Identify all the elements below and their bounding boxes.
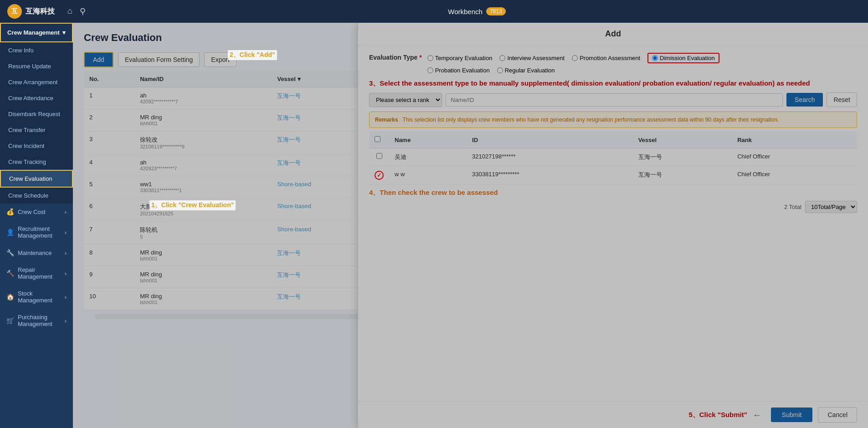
sidebar-item-recruitment[interactable]: 👤 RecruitmentManagement ›	[0, 221, 73, 244]
crew-cost-icon: 💰	[6, 208, 14, 215]
radio-interview[interactable]: Interview Assessment	[499, 55, 565, 61]
required-marker: *	[419, 54, 421, 61]
sidebar-group-purchasing: 🛒 PurchasingManagement ›	[0, 309, 73, 332]
name-id-input[interactable]	[446, 93, 783, 107]
row2-rank: Chief Officer	[732, 166, 857, 185]
sidebar-item-crew-tracking[interactable]: Crew Tracking	[0, 154, 73, 170]
stock-icon: 🏠	[6, 293, 14, 301]
row1-checkbox-cell	[369, 148, 389, 166]
submit-button[interactable]: Submit	[771, 408, 813, 422]
eval-form-setting-button[interactable]: Evaluation Form Setting	[118, 52, 200, 67]
topbar-icons: ⌂ ⚲	[67, 6, 86, 16]
cell-name-id: MR ding lshh001	[134, 245, 272, 266]
sidebar-item-repair[interactable]: 🔨 Repair Management ›	[0, 262, 73, 285]
table-row: w w 33038119********* 互海一号 Chief Officer	[369, 166, 857, 185]
step5-annotation: 5、Click "Submit"	[688, 411, 747, 419]
cell-name-id: MR ding lshh001	[134, 266, 272, 288]
row1-rank: Chief Officer	[732, 148, 857, 166]
panel-title: Add	[358, 23, 868, 46]
col-checkbox	[369, 132, 389, 148]
maintenance-label: Maintenance	[18, 250, 51, 256]
row1-vessel: 互海一号	[633, 148, 732, 166]
radio-regular[interactable]: Regular Evaluation	[497, 67, 555, 74]
sidebar-group-stock: 🏠 Stock Management ›	[0, 285, 73, 308]
select-all-checkbox[interactable]	[375, 136, 380, 142]
sidebar-group-crew-cost: 💰 Crew Cost ›	[0, 204, 73, 220]
cell-name-id: 大脸猫 202104291625	[134, 198, 272, 221]
per-page-select[interactable]: 10Total/Page	[805, 201, 857, 213]
sidebar-item-crew-schedule[interactable]: Crew Schedule	[0, 188, 73, 204]
workbench-label: Workbench	[448, 8, 483, 15]
cell-no: 1	[84, 87, 134, 109]
search-button[interactable]: Search	[786, 93, 823, 107]
add-panel: Add Evaluation Type * Temporary Evaluati…	[358, 23, 868, 428]
cell-name-id: ah 420923*********7	[134, 154, 272, 176]
radio-promotion[interactable]: Promotion Assessment	[572, 55, 640, 61]
panel-footer: 5、Click "Submit" ← Submit Cancel	[358, 401, 868, 428]
radio-probation[interactable]: Probation Evaluation	[427, 67, 490, 74]
topbar: 互 互海科技 ⌂ ⚲ Workbench 7813	[0, 0, 868, 23]
col-inner-name: Name	[389, 132, 467, 148]
row1-name: 吴迪	[389, 148, 467, 166]
cancel-button[interactable]: Cancel	[818, 407, 857, 423]
sidebar-item-purchasing[interactable]: 🛒 PurchasingManagement ›	[0, 309, 73, 332]
sidebar-item-crew-evaluation[interactable]: Crew Evaluation	[0, 170, 73, 188]
radio-group-row1: Temporary Evaluation Interview Assessmen…	[427, 53, 719, 63]
export-button[interactable]: Export	[204, 52, 236, 67]
col-inner-vessel: Vessel	[633, 132, 732, 148]
sidebar-group-recruitment: 👤 RecruitmentManagement ›	[0, 221, 73, 244]
workbench-badge: 7813	[486, 7, 506, 15]
cell-no: 3	[84, 131, 134, 154]
radio-dimission[interactable]: Dimission Evaluation	[647, 53, 719, 63]
main-layout: Crew Management ▾ Crew Info Resume Updat…	[0, 23, 868, 428]
recruitment-label: RecruitmentManagement	[18, 225, 52, 239]
chevron-right-icon4: ›	[65, 270, 67, 277]
sidebar-item-stock[interactable]: 🏠 Stock Management ›	[0, 285, 73, 308]
cell-no: 4	[84, 154, 134, 176]
crew-management-label: Crew Management	[7, 29, 60, 36]
purchasing-label: PurchasingManagement	[18, 314, 52, 327]
panel-body: Evaluation Type * Temporary Evaluation I…	[358, 46, 868, 401]
cell-name-id: MR ding lshh001	[134, 109, 272, 131]
repair-label: Repair Management	[18, 266, 61, 280]
cell-no: 2	[84, 109, 134, 131]
sidebar-item-crew-cost[interactable]: 💰 Crew Cost ›	[0, 204, 73, 220]
maintenance-icon: 🔧	[6, 249, 14, 256]
repair-icon: 🔨	[6, 270, 14, 277]
cell-no: 7	[84, 221, 134, 245]
sidebar-item-crew-arrangement[interactable]: Crew Arrangement	[0, 74, 73, 90]
search-icon[interactable]: ⚲	[80, 6, 86, 16]
inner-table-container: Name ID Vessel Rank 吴迪	[369, 132, 857, 185]
home-icon[interactable]: ⌂	[67, 6, 72, 16]
sidebar-item-resume-update[interactable]: Resume Update	[0, 58, 73, 74]
recruitment-icon: 👤	[6, 229, 14, 236]
sidebar-item-maintenance[interactable]: 🔧 Maintenance ›	[0, 245, 73, 261]
row1-checkbox[interactable]	[376, 153, 382, 159]
reset-button[interactable]: Reset	[827, 92, 857, 107]
sidebar-item-crew-transfer[interactable]: Crew Transfer	[0, 122, 73, 138]
sidebar-crew-management[interactable]: Crew Management ▾	[0, 23, 73, 42]
inner-table-header: Name ID Vessel Rank	[369, 132, 857, 148]
radio-temporary[interactable]: Temporary Evaluation	[427, 55, 493, 61]
sidebar-item-crew-info[interactable]: Crew Info	[0, 42, 73, 58]
row2-checked-icon[interactable]	[375, 171, 384, 180]
rank-select[interactable]: Please select a rank	[369, 93, 442, 107]
content-area: Crew Evaluation Add Evaluation Form Sett…	[73, 23, 868, 428]
radio-group-container: Temporary Evaluation Interview Assessmen…	[427, 53, 719, 74]
chevron-right-icon5: ›	[65, 294, 67, 301]
chevron-down-icon: ▾	[62, 29, 66, 36]
sidebar-item-crew-attendance[interactable]: Crew Attendance	[0, 90, 73, 106]
col-name-id: Name/ID	[134, 71, 272, 87]
add-button[interactable]: Add	[84, 52, 113, 67]
sidebar-item-disembark-request[interactable]: Disembark Request	[0, 106, 73, 122]
sidebar-group-maintenance: 🔧 Maintenance ›	[0, 245, 73, 261]
pagination: 2 Total 10Total/Page	[369, 197, 857, 217]
sidebar-group-repair: 🔨 Repair Management ›	[0, 262, 73, 285]
remarks-label: Remarks	[375, 117, 401, 123]
crew-cost-label: Crew Cost	[18, 209, 46, 215]
purchasing-icon: 🛒	[6, 317, 14, 324]
crew-select-table: Name ID Vessel Rank 吴迪	[369, 132, 857, 185]
sidebar-item-crew-incident[interactable]: Crew Incident	[0, 138, 73, 154]
row2-name: w w	[389, 166, 467, 185]
cell-no: 5	[84, 176, 134, 198]
